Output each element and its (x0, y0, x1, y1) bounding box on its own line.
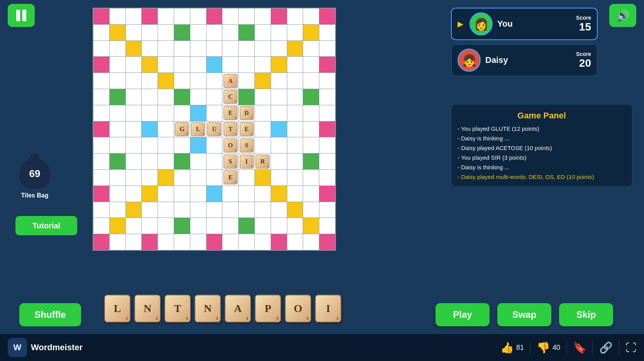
board-cell[interactable] (93, 8, 109, 24)
board-cell[interactable] (93, 218, 109, 234)
board-cell[interactable] (174, 170, 190, 186)
board-cell[interactable] (271, 186, 287, 202)
hand-tile[interactable]: I1 (315, 295, 341, 322)
board-cell[interactable] (110, 218, 125, 234)
hand-tile[interactable]: A1 (225, 295, 251, 322)
board-cell[interactable] (126, 25, 142, 40)
board-cell[interactable] (319, 218, 335, 234)
board-cell[interactable] (110, 89, 125, 105)
board-cell[interactable] (126, 202, 142, 218)
board-cell[interactable] (174, 89, 190, 105)
board-cell[interactable]: T1 (222, 121, 238, 137)
board-cell[interactable] (271, 234, 287, 250)
board-cell[interactable] (126, 8, 142, 24)
board-cell[interactable] (319, 121, 335, 137)
share-button[interactable]: 🔗 (599, 341, 613, 354)
board-cell[interactable] (222, 218, 238, 234)
board-cell[interactable]: C3 (222, 89, 238, 105)
board-cell[interactable] (142, 202, 158, 218)
board-cell[interactable] (158, 73, 174, 89)
board-cell[interactable] (93, 234, 109, 250)
board-cell[interactable]: U1 (207, 121, 222, 137)
board-cell[interactable] (174, 154, 190, 169)
board-cell[interactable] (110, 170, 125, 186)
board-cell[interactable] (142, 234, 158, 250)
board-cell[interactable]: O1 (222, 137, 238, 153)
board-cell[interactable] (287, 170, 303, 186)
board-cell[interactable] (319, 73, 335, 89)
board-cell[interactable] (93, 154, 109, 169)
thumbs-down-button[interactable]: 👎 40 (537, 341, 560, 354)
board-cell[interactable] (158, 57, 174, 73)
board-cell[interactable] (271, 25, 287, 40)
skip-button[interactable]: Skip (559, 303, 613, 326)
board-cell[interactable] (222, 8, 238, 24)
board-cell[interactable] (319, 154, 335, 169)
board-cell[interactable] (255, 8, 271, 24)
board-cell[interactable] (207, 41, 222, 57)
board-cell[interactable] (174, 202, 190, 218)
board-cell[interactable] (239, 57, 254, 73)
board-cell[interactable] (303, 41, 319, 57)
board-cell[interactable]: L1 (190, 121, 206, 137)
board-cell[interactable]: G2 (174, 121, 190, 137)
board-cell[interactable] (271, 137, 287, 153)
board-cell[interactable] (239, 73, 254, 89)
board-cell[interactable] (207, 73, 222, 89)
hand-tile[interactable]: N1 (134, 295, 161, 322)
board-cell[interactable] (126, 105, 142, 121)
board-cell[interactable] (142, 89, 158, 105)
board-cell[interactable] (110, 234, 125, 250)
board-cell[interactable] (255, 121, 271, 137)
board-cell[interactable] (222, 57, 238, 73)
board-cell[interactable] (271, 218, 287, 234)
board-cell[interactable] (287, 154, 303, 169)
board-cell[interactable] (255, 137, 271, 153)
board-cell[interactable] (190, 137, 206, 153)
board-cell[interactable] (126, 121, 142, 137)
board-cell[interactable] (93, 41, 109, 57)
board-cell[interactable] (158, 41, 174, 57)
board-cell[interactable] (93, 89, 109, 105)
board-cell[interactable] (174, 105, 190, 121)
bookmark-button[interactable]: 🔖 (573, 341, 586, 354)
board-cell[interactable] (126, 154, 142, 169)
board-cell[interactable] (271, 73, 287, 89)
board-cell[interactable] (190, 202, 206, 218)
board-cell[interactable] (271, 8, 287, 24)
board-cell[interactable] (93, 57, 109, 73)
board-cell[interactable] (222, 41, 238, 57)
board-cell[interactable]: I1 (239, 154, 254, 169)
board-cell[interactable] (271, 105, 287, 121)
board-cell[interactable] (222, 186, 238, 202)
board-cell[interactable] (126, 234, 142, 250)
board-cell[interactable] (93, 73, 109, 89)
board-cell[interactable] (239, 218, 254, 234)
board-cell[interactable] (303, 170, 319, 186)
board-cell[interactable] (207, 186, 222, 202)
shuffle-button[interactable]: Shuffle (19, 303, 81, 326)
board-cell[interactable] (239, 25, 254, 40)
board-cell[interactable]: E1 (222, 105, 238, 121)
board-cell[interactable] (158, 8, 174, 24)
board-cell[interactable] (287, 234, 303, 250)
board-cell[interactable] (126, 218, 142, 234)
board-cell[interactable] (158, 218, 174, 234)
board-cell[interactable] (158, 89, 174, 105)
board-cell[interactable] (319, 137, 335, 153)
board-cell[interactable] (142, 25, 158, 40)
board-cell[interactable] (303, 186, 319, 202)
board-cell[interactable] (207, 218, 222, 234)
board-cell[interactable] (190, 186, 206, 202)
board-cell[interactable] (93, 186, 109, 202)
board-cell[interactable] (190, 234, 206, 250)
board-cell[interactable] (255, 89, 271, 105)
sound-button[interactable]: 🔊 (609, 4, 636, 27)
board-cell[interactable] (303, 8, 319, 24)
board-cell[interactable] (174, 8, 190, 24)
hand-tile[interactable]: L1 (104, 295, 130, 322)
board-cell[interactable] (303, 89, 319, 105)
game-board[interactable]: AC3E1D2G2L1U1T1E1O1S1S1I1R1E1 (93, 8, 336, 251)
board-cell[interactable] (93, 137, 109, 153)
board-cell[interactable] (110, 154, 125, 169)
